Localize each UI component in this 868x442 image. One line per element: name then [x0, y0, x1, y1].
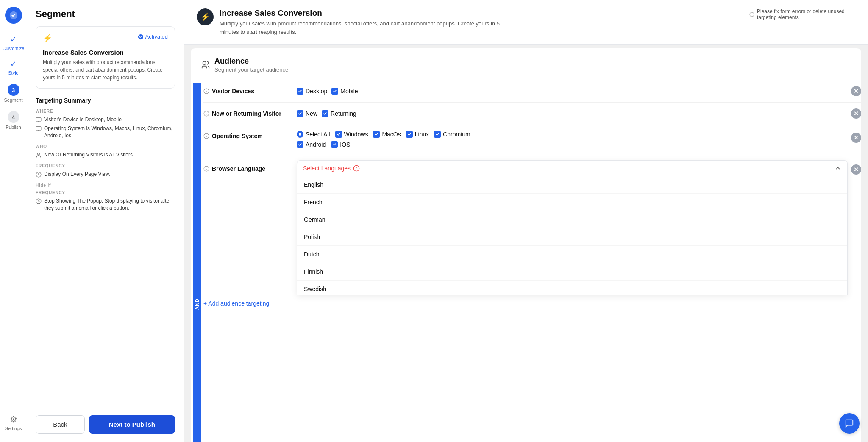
bolt-icon: ⚡	[43, 33, 52, 43]
info-icon-os	[203, 133, 209, 139]
language-row-actions: ✕	[848, 160, 861, 175]
remove-language-button[interactable]: ✕	[851, 164, 861, 175]
os-select-all[interactable]: Select All	[297, 131, 330, 138]
summary-item-visitors: New Or Returning Visitors is All Visitor…	[36, 151, 175, 158]
back-button[interactable]: Back	[36, 415, 85, 434]
sidebar-footer: Back Next to Publish	[36, 407, 175, 434]
windows-checkbox[interactable]	[335, 131, 342, 138]
audience-header: Audience Segment your target audience	[191, 48, 861, 73]
add-audience-targeting-button[interactable]: + Add audience targeting	[203, 295, 269, 312]
os-options: Select All Windows MacOs	[297, 131, 851, 148]
linux-checkbox[interactable]	[406, 131, 413, 138]
summary-item-hide: Stop Showing The Popup: Stop displaying …	[36, 197, 175, 212]
banner-bolt-icon: ⚡	[197, 8, 214, 25]
desktop-checkbox[interactable]	[297, 88, 303, 95]
info-icon-devices	[203, 88, 209, 94]
lang-option-polish[interactable]: Polish	[297, 228, 847, 246]
nav-item-settings[interactable]: ⚙ Settings	[5, 410, 22, 435]
new-returning-row: New or Returning Visitor New Returning	[203, 102, 861, 125]
visitor-returning[interactable]: Returning	[322, 110, 356, 117]
browser-language-label: Browser Language	[203, 160, 297, 172]
sidebar-card-title: Increase Sales Conversion	[43, 49, 168, 56]
os-ios[interactable]: IOS	[331, 141, 350, 148]
os-chromium[interactable]: Chromium	[434, 131, 470, 138]
os-row: Operating System Select All Windows	[203, 125, 861, 154]
new-returning-options: New Returning	[297, 110, 851, 117]
nav-label-customize: Customize	[3, 46, 25, 51]
android-checkbox[interactable]	[297, 141, 303, 148]
svg-point-9	[203, 61, 206, 64]
devices-row-actions: ✕	[851, 86, 861, 96]
summary-where-label: WHERE	[36, 109, 175, 114]
select-all-radio[interactable]	[297, 131, 303, 138]
step-number-publish: 4	[8, 111, 19, 123]
returning-checkbox[interactable]	[322, 110, 328, 117]
nav-bar: ✓ Customize ✓ Style 3 Segment 4 Publish …	[0, 0, 27, 442]
main-content: ⚡ Increase Sales Conversion Multiply you…	[184, 0, 868, 442]
os-windows[interactable]: Windows	[335, 131, 368, 138]
nav-label-segment: Segment	[4, 97, 22, 103]
nav-item-segment[interactable]: 3 Segment	[0, 80, 27, 107]
audience-content: Visitor Devices Desktop Mobile ✕	[203, 80, 861, 442]
info-icon-visitor	[203, 111, 209, 117]
audience-section: Audience Segment your target audience AN…	[191, 48, 861, 442]
os-android[interactable]: Android	[297, 141, 326, 148]
nav-item-publish[interactable]: 4 Publish	[0, 107, 27, 134]
svg-rect-1	[36, 118, 41, 121]
nav-item-style[interactable]: ✓ Style	[0, 55, 27, 80]
os-row-actions: ✕	[851, 131, 861, 143]
check-icon-style: ✓	[10, 59, 17, 69]
next-to-publish-button[interactable]: Next to Publish	[89, 415, 175, 434]
os-macos[interactable]: MacOs	[373, 131, 401, 138]
lang-option-swedish[interactable]: Swedish	[297, 281, 847, 295]
device-desktop[interactable]: Desktop	[297, 88, 327, 95]
summary-who-label: WHO	[36, 144, 175, 149]
mobile-checkbox[interactable]	[331, 88, 338, 95]
chat-button[interactable]	[839, 413, 860, 434]
remove-returning-button[interactable]: ✕	[851, 108, 861, 119]
app-logo[interactable]	[5, 7, 22, 24]
nav-item-customize[interactable]: ✓ Customize	[0, 31, 27, 55]
new-returning-label: New or Returning Visitor	[203, 110, 297, 117]
nav-label-publish: Publish	[6, 125, 21, 130]
visitor-devices-options: Desktop Mobile	[297, 88, 851, 95]
lang-option-german[interactable]: German	[297, 211, 847, 228]
nav-label-settings: Settings	[5, 426, 22, 431]
remove-os-button[interactable]: ✕	[851, 133, 861, 143]
ios-checkbox[interactable]	[331, 141, 338, 148]
new-checkbox[interactable]	[297, 110, 303, 117]
lang-option-english[interactable]: English	[297, 176, 847, 194]
add-targeting-container: + Add audience targeting	[203, 295, 861, 319]
svg-rect-2	[36, 127, 41, 130]
summary-hide-freq-label: FREQUENCY	[36, 190, 175, 195]
banner-title: Increase Sales Conversion	[220, 8, 516, 18]
nav-label-style: Style	[8, 70, 18, 75]
chevron-up-icon	[835, 165, 841, 172]
top-banner: ⚡ Increase Sales Conversion Multiply you…	[184, 0, 868, 45]
lang-option-french[interactable]: French	[297, 194, 847, 211]
summary-where: WHERE Visitor's Device is Desktop, Mobil…	[36, 109, 175, 139]
language-select-header[interactable]: Select Languages	[297, 161, 847, 176]
targeting-summary: Targeting Summary WHERE Visitor's Device…	[36, 97, 175, 217]
audience-rows: AND Visitor Devices Desktop	[191, 80, 861, 442]
macos-checkbox[interactable]	[373, 131, 380, 138]
audience-title: Audience	[214, 57, 288, 66]
visitor-new[interactable]: New	[297, 110, 317, 117]
lang-option-finnish[interactable]: Finnish	[297, 263, 847, 281]
device-mobile[interactable]: Mobile	[331, 88, 358, 95]
remove-devices-button[interactable]: ✕	[851, 86, 861, 96]
targeting-summary-title: Targeting Summary	[36, 97, 175, 104]
os-row-2: Android IOS	[297, 141, 851, 148]
summary-who: WHO New Or Returning Visitors is All Vis…	[36, 144, 175, 158]
banner-info: ⚡ Increase Sales Conversion Multiply you…	[197, 8, 516, 36]
returning-row-actions: ✕	[851, 108, 861, 119]
sidebar: Segment ⚡ Activated Increase Sales Conve…	[27, 0, 184, 442]
summary-freq-label: FREQUENCY	[36, 164, 175, 168]
svg-point-3	[38, 153, 40, 155]
banner-desc: Multiply your sales with product recomme…	[220, 19, 516, 36]
language-dropdown: English French German Polish Dutch Finni…	[297, 176, 847, 295]
error-icon-language	[353, 165, 360, 172]
chromium-checkbox[interactable]	[434, 131, 441, 138]
os-linux[interactable]: Linux	[406, 131, 429, 138]
lang-option-dutch[interactable]: Dutch	[297, 246, 847, 263]
